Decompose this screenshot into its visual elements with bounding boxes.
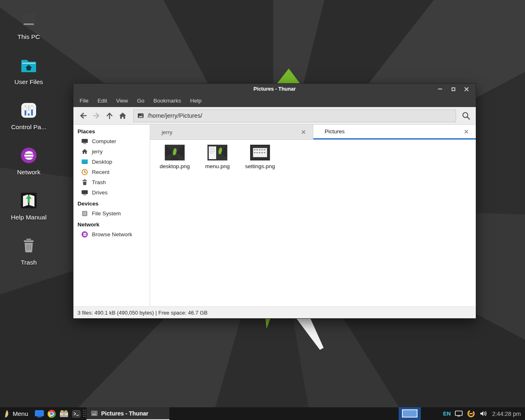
display-icon[interactable] [455,411,463,417]
task-button-label: Pictures - Thunar [101,410,148,417]
sidebar-item-trash[interactable]: Trash [73,177,150,187]
tab-label: jerry [162,129,172,135]
tab-close-button[interactable] [300,128,307,136]
sidebar-item-label: Drives [92,189,107,196]
close-icon [464,130,468,134]
workspace-current [402,409,418,418]
launcher-chrome[interactable] [46,407,58,420]
sidebar-item-browse-network[interactable]: Browse Network [73,229,150,240]
menu-logo-icon [4,409,9,418]
recent-clock-icon [81,169,88,176]
menu-file[interactable]: File [75,94,93,107]
maximize-icon [452,87,455,91]
sidebar-item-drives[interactable]: Drives [73,187,150,198]
desktop-icon-this-pc[interactable]: This PC [6,11,52,41]
desktop-icon-label: Trash [21,259,37,266]
window-main: Places Computer jerry Desktop Recent [73,125,476,306]
file-desktop-png[interactable]: desktop.png [154,145,195,169]
tab-bar: jerry Pictures [150,125,476,140]
home-button[interactable] [116,109,129,122]
launcher-file-manager[interactable] [33,407,46,420]
menu-bookmarks[interactable]: Bookmarks [149,94,186,107]
user-files-folder-icon [19,56,38,75]
sidebar-item-label: Browse Network [92,231,132,237]
sidebar-item-recent[interactable]: Recent [73,167,150,177]
sidebar-item-computer[interactable]: Computer [73,136,150,146]
sidebar-item-label: Recent [92,169,110,175]
tab-pictures[interactable]: Pictures [313,125,476,139]
launcher-archive[interactable] [58,407,70,420]
toolbar: /home/jerry/Pictures/ [73,107,476,125]
tab-label: Pictures [325,128,345,135]
panel-handle[interactable] [82,407,87,420]
sidebar-header-places: Places [73,126,150,136]
file-name: desktop.png [160,163,190,169]
sidebar-item-file-system[interactable]: File System [73,208,150,219]
desktop-icon-control-panel[interactable]: Control Pa... [6,101,52,131]
back-button[interactable] [77,109,90,122]
menu-help[interactable]: Help [186,94,206,107]
computer-icon [81,138,88,145]
menu-button[interactable]: Menu [0,407,33,420]
file-settings-png[interactable]: settings.png [240,145,281,169]
sidebar-item-desktop[interactable]: Desktop [73,157,150,167]
sidebar-header-network: Network [73,219,150,229]
tab-jerry[interactable]: jerry [150,125,313,139]
file-name: menu.png [205,163,230,169]
update-icon[interactable] [467,409,475,418]
keyboard-layout-indicator[interactable]: EN [443,411,451,417]
search-icon [461,111,471,121]
archive-drawer-icon [59,410,68,418]
menu-view[interactable]: View [112,94,132,107]
help-manual-icon [19,191,38,210]
window-title: Pictures - Thunar [73,86,476,92]
status-text: 3 files: 490.1 kB (490,050 bytes) | Free… [78,310,208,316]
menu-edit[interactable]: Edit [93,94,112,107]
desktop-icon-user-files[interactable]: User Files [6,56,52,86]
file-view[interactable]: desktop.png menu.png settings.png [150,140,476,306]
file-name: settings.png [245,163,275,169]
sidebar-item-jerry[interactable]: jerry [73,146,150,157]
minimize-button[interactable] [436,85,445,93]
green-leaf-top [277,68,300,83]
desktop-icon-label: User Files [14,78,43,86]
chrome-icon [48,410,56,418]
launcher-terminal[interactable] [70,407,82,420]
search-button[interactable] [459,109,472,122]
task-button-thunar[interactable]: Pictures - Thunar [87,407,169,420]
drives-icon [81,189,88,196]
back-icon [79,111,88,120]
file-menu-png[interactable]: menu.png [197,145,238,169]
computer-icon [19,11,38,30]
forward-button[interactable] [90,109,103,122]
network-globe-icon [19,146,38,165]
tab-close-button[interactable] [463,128,470,135]
up-button[interactable] [103,109,116,122]
speaker-icon[interactable] [479,410,487,417]
close-icon [301,130,306,134]
status-bar: 3 files: 490.1 kB (490,050 bytes) | Free… [73,306,476,318]
menu-go[interactable]: Go [132,94,149,107]
close-button[interactable] [462,85,471,93]
clock[interactable]: 2:44:28 pm [491,411,521,417]
sidebar-item-label: jerry [92,148,103,155]
path-value: /home/jerry/Pictures/ [148,112,202,119]
path-bar[interactable]: /home/jerry/Pictures/ [133,110,456,122]
desktop-icon-help-manual[interactable]: Help Manual [6,191,52,221]
green-leaf-bottom [265,319,270,329]
desktop-icon-label: Network [17,169,41,176]
sidebar-item-label: Trash [92,179,106,185]
titlebar[interactable]: Pictures - Thunar [73,84,476,94]
menubar: File Edit View Go Bookmarks Help [73,94,476,107]
workspace-switcher[interactable] [399,407,421,420]
thunar-window: Pictures - Thunar File Edit View Go Book… [73,83,476,319]
maximize-button[interactable] [449,85,458,93]
desktop-icon-trash[interactable]: Trash [6,236,52,266]
menu-button-label: Menu [13,410,28,417]
terminal-icon [72,410,80,418]
desktop: This PC User Files Control Pa... Network… [0,0,525,420]
up-icon [105,111,114,120]
desktop-icon-network[interactable]: Network [6,146,52,176]
image-file-icon [137,112,144,119]
sidebar-item-label: Computer [92,138,116,144]
